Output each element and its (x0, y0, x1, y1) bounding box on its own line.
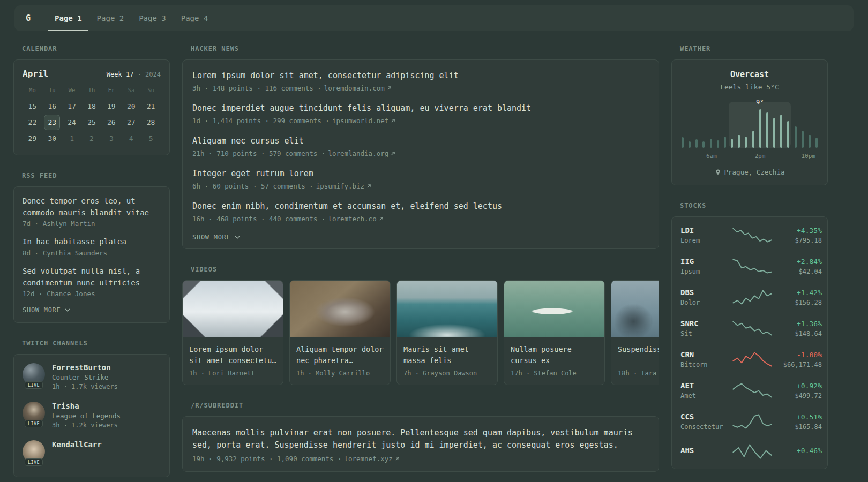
videos-row: Lorem ipsum dolor sit amet consectetu… 1… (182, 280, 659, 385)
channel-name[interactable]: ForrestBurton (52, 363, 118, 372)
subreddit-post-title[interactable]: Maecenas mollis pulvinar erat non posuer… (192, 427, 649, 452)
video-card[interactable]: Nullam posuere cursus ex 17h · Stefan Co… (504, 280, 605, 385)
calendar-day[interactable]: 28 (143, 115, 159, 130)
page-tab[interactable]: Page 2 (91, 5, 131, 31)
subreddit-post: Maecenas mollis pulvinar erat non posuer… (192, 427, 649, 463)
stock-row[interactable]: AHS +0.46% (680, 437, 819, 466)
video-card[interactable]: Aliquam tempor dolor nec pharetra… 1h · … (289, 280, 391, 385)
calendar-day[interactable]: 26 (103, 115, 119, 130)
calendar-day[interactable]: 17 (64, 99, 80, 114)
video-title[interactable]: Aliquam tempor dolor nec pharetra… (296, 344, 384, 366)
stock-chart-wrap (732, 258, 773, 274)
video-title[interactable]: Suspendisse diam (618, 344, 659, 366)
stock-row[interactable]: CCS Consectetur +0.51% $165.84 (680, 406, 819, 437)
calendar-day[interactable]: 3 (103, 131, 119, 146)
calendar-header: April Week 17 · 2024 (23, 69, 161, 79)
hackernews-item-title[interactable]: Integer eget rutrum lorem (192, 168, 649, 179)
rss-item-title[interactable]: Donec tempor eros leo, ut commodo mauris… (23, 195, 161, 219)
calendar-day[interactable]: 2 (84, 131, 100, 146)
source-link[interactable]: loremlandia.org (328, 149, 388, 157)
weather-bar (724, 137, 726, 148)
stock-id: CRN Bitcorn (680, 350, 728, 368)
rss-show-more-button[interactable]: SHOW MORE (23, 306, 161, 314)
hackernews-item-meta: 3h · 148 points · 116 comments · loremdo… (192, 84, 649, 92)
calendar-day[interactable]: 19 (103, 99, 119, 114)
video-card[interactable]: Mauris sit amet massa felis 7h · Grayson… (396, 280, 498, 385)
hackernews-item-title[interactable]: Lorem ipsum dolor sit amet, consectetur … (192, 70, 649, 81)
video-title[interactable]: Lorem ipsum dolor sit amet consectetu… (189, 344, 276, 366)
twitch-channel-info: KendallCarr (52, 440, 102, 466)
calendar-day[interactable]: 30 (44, 131, 60, 146)
hackernews-item-title[interactable]: Donec enim nibh, condimentum et accumsan… (192, 201, 649, 212)
calendar-day[interactable]: 1 (64, 131, 80, 146)
source-link[interactable]: loremdomain.com (324, 84, 385, 92)
stock-values: +1.36% $148.64 (777, 320, 822, 337)
calendar-day[interactable]: 22 (24, 115, 40, 130)
section-title-rss: RSS FEED (22, 172, 170, 179)
video-card[interactable]: Suspendisse diam 18h · Tara (611, 280, 659, 385)
calendar-day[interactable]: 16 (44, 99, 60, 114)
hackernews-show-more-button[interactable]: SHOW MORE (192, 234, 649, 241)
channel-name[interactable]: Trisha (52, 402, 121, 410)
calendar-day[interactable]: 5 (143, 131, 159, 146)
video-card[interactable]: Lorem ipsum dolor sit amet consectetu… 1… (182, 280, 283, 385)
stock-price: $42.04 (777, 268, 822, 275)
page-tab[interactable]: Page 4 (175, 5, 215, 31)
meta-text: 3h · 148 points · 116 comments · (192, 84, 321, 92)
page-tab[interactable]: Page 3 (132, 5, 173, 31)
calendar-day[interactable]: 18 (84, 99, 100, 114)
calendar-day-header: We (62, 83, 82, 98)
hackernews-item-title[interactable]: Aliquam nec cursus elit (192, 135, 649, 147)
page-tab[interactable]: Page 1 (48, 5, 88, 31)
stock-id: IIG Ipsum (680, 257, 728, 275)
twitch-channel-row[interactable]: LIVE ForrestBurton Counter-Strike 1h · 1… (23, 363, 161, 390)
calendar-day[interactable]: 24 (64, 115, 80, 130)
weather-bar (809, 135, 811, 148)
rss-item: Sed volutpat nulla nisl, a condimentum n… (23, 266, 161, 298)
hackernews-section: HACKER NEWS Lorem ipsum dolor sit amet, … (182, 45, 659, 249)
source-link[interactable]: loremnet.xyz (344, 455, 392, 463)
source-link[interactable]: loremtech.co (328, 215, 376, 223)
rss-item-title[interactable]: Sed volutpat nulla nisl, a condimentum n… (23, 266, 161, 289)
rss-item-title[interactable]: In hac habitasse platea (23, 236, 161, 248)
topbar: G Page 1Page 2Page 3Page 4 (14, 5, 854, 31)
hackernews-item-title[interactable]: Donec imperdiet augue tincidunt felis al… (192, 103, 649, 114)
stock-change: +1.36% (777, 320, 822, 328)
calendar-day[interactable]: 20 (123, 99, 139, 114)
app-logo[interactable]: G (14, 5, 42, 31)
weather-bar (787, 121, 789, 148)
weather-bars (682, 109, 818, 148)
weather-time-axis: 6am2pm10pm (680, 153, 819, 161)
calendar-day[interactable]: 15 (24, 99, 40, 114)
live-badge: LIVE (25, 458, 43, 466)
stock-row[interactable]: AET Amet +0.92% $499.72 (680, 375, 819, 406)
video-title[interactable]: Nullam posuere cursus ex (511, 344, 598, 366)
calendar-day[interactable]: 23 (44, 115, 60, 130)
rss-item-meta: 12d · Chance Jones (23, 290, 161, 298)
calendar-day[interactable]: 25 (84, 115, 100, 130)
stock-row[interactable]: CRN Bitcorn -1.00% $66,171.48 (680, 344, 819, 375)
stock-row[interactable]: SNRC Sit +1.36% $148.64 (680, 313, 819, 344)
stock-name: Lorem (680, 237, 728, 244)
twitch-channel-row[interactable]: LIVE Trisha League of Legends 3h · 1.2k … (23, 402, 161, 429)
meta-text: 16h · 468 points · 440 comments · (192, 215, 325, 223)
calendar-day-header: Mo (23, 83, 42, 98)
calendar-day[interactable]: 27 (123, 115, 139, 130)
weather-location: Prague, Czechia (680, 168, 819, 176)
calendar-day[interactable]: 29 (24, 131, 40, 146)
calendar-widget: April Week 17 · 2024 MoTuWeThFrSaSu 1516… (13, 59, 170, 155)
stock-row[interactable]: LDI Lorem +4.35% $795.18 (680, 220, 819, 251)
twitch-channel-row[interactable]: LIVE KendallCarr (23, 440, 161, 466)
stock-price: $66,171.48 (777, 361, 822, 368)
calendar-day[interactable]: 21 (143, 99, 159, 114)
source-link[interactable]: ipsumworld.net (332, 117, 388, 125)
calendar-day[interactable]: 4 (123, 131, 139, 146)
video-title[interactable]: Mauris sit amet massa felis (403, 344, 491, 366)
stock-row[interactable]: DBS Dolor +1.42% $156.28 (680, 282, 819, 313)
source-link[interactable]: ipsumify.biz (316, 182, 364, 190)
logo-separator (42, 5, 42, 31)
stock-row[interactable]: IIG Ipsum +2.84% $42.04 (680, 251, 819, 282)
stock-ticker: LDI (680, 226, 728, 235)
twitch-section: TWITCH CHANNELS LIVE ForrestBurton Count… (13, 340, 170, 477)
channel-name[interactable]: KendallCarr (52, 440, 102, 449)
